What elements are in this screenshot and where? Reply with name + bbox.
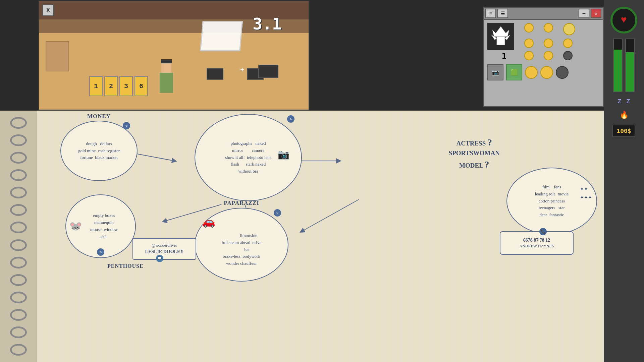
spiral-ring-7 [10,222,27,233]
inventory-coin-2 [540,66,553,79]
coin-1 [524,23,534,33]
bubble-paparazzi-badge: ↻ [274,209,281,217]
close-icon: X [46,7,50,14]
spiral-ring-13 [10,326,27,338]
actress-label-area: ACTRESS ? SPORTSWOMAN MODEL ? [449,136,500,171]
ui-content-area: 1 [484,20,603,64]
leslie-dooley-card[interactable]: @wonderdriver LESLIE DOOLEY [132,238,196,260]
ui-inventory-panel: ≡ ☰ — ✕ 1 [483,7,604,107]
bubble-money-badge: ↻ [123,122,130,129]
spiral-ring-2 [10,134,27,146]
ui-level-display: 1 [487,52,521,61]
ui-btn-1[interactable]: ≡ [485,9,496,18]
game-close-button[interactable]: X [42,4,54,16]
spiral-ring-12 [10,309,27,321]
inventory-slot-1[interactable]: 📷 [487,64,503,80]
spiral-binding [0,111,37,362]
spiral-ring-9 [10,257,27,268]
score-value: 3.1 [253,14,282,33]
notebook: MONEY ↻ dough dollars gold mine cash reg… [0,111,644,362]
green-bar-1-fill [614,50,622,92]
bubble-money-title: MONEY [87,113,111,120]
char-body [160,73,173,93]
leslie-chat-badge: 💬 [156,255,163,262]
bubble-snatched-text: photographs naked mirror camera show it … [225,140,271,175]
coin-empty-1 [583,23,592,33]
green-bar-2 [625,39,635,92]
question-mark-1: ? [487,137,492,147]
num-box-3: 3 [119,76,133,96]
ui-btn-2[interactable]: ☰ [497,9,508,18]
notebook-content: MONEY ↻ dough dollars gold mine cash reg… [37,111,644,362]
photo-frame-1 [207,68,223,80]
spiral-ring-5 [10,187,27,198]
svg-marker-0 [492,26,509,37]
bubble-snatched-badge: ↻ [287,115,294,123]
char-head [161,63,171,73]
game-viewport: 1 2 3 6 + X 3.1 [38,0,310,111]
inventory-slot-2[interactable]: 🟩 [506,64,522,80]
spiral-ring-4 [10,169,27,181]
leslie-handle: @wonderdriver [152,243,177,248]
coin-9 [563,51,573,60]
paparazzi-text: limousine full steam ahead drive hat bra… [222,222,261,267]
green-bar-1 [613,39,623,92]
ui-character-area: 1 [487,23,521,61]
num-boxes-container: 1 2 3 6 [89,76,148,96]
ui-close-btn[interactable]: ✕ [591,9,601,18]
spiral-ring-6 [10,204,27,216]
bubble-money: MONEY ↻ dough dollars gold mine cash reg… [60,121,138,181]
spiral-ring-8 [10,239,27,251]
inventory-coin-3 [556,66,569,79]
photo-frame-3 [258,65,278,78]
score-display: 3.1 [253,14,282,33]
inventory-coin [525,66,538,79]
andrew-name: ANDREW HAYNES [519,243,554,249]
spiral-ring-1 [10,117,27,129]
spiral-ring-3 [10,152,27,164]
ui-coins-grid [524,23,599,61]
andrew-haynes-card[interactable]: 6678 87 78 12 ANDREW HAYNES [500,231,574,255]
crosshair: + [240,66,244,74]
ui-bottom-row: 📷 🟩 [484,64,603,84]
spiral-ring-10 [10,274,27,286]
coin-6 [563,39,573,48]
bubble-snatched-pictures: SNATCHED PICTURES ↻ photographs naked mi… [195,114,302,201]
bubble-paparazzi: PAPARAZZI ↻ 🚗 limousine full steam ahead… [195,208,288,282]
character-sprite-svg [491,25,511,48]
coin-5 [544,39,553,48]
actress-oval-content: film fans leading role movie cotton prin… [506,168,597,235]
leslie-name: LESLIE DOOLEY [145,248,184,255]
coin-7 [524,51,534,60]
spiral-ring-14 [10,344,27,356]
phone-badge: 📞 [539,228,547,235]
ui-character-sprite [487,23,514,50]
sleep-icon: z z [617,97,631,106]
num-box-2: 2 [104,76,118,96]
andrew-phone-number: 6678 87 78 12 [523,237,550,244]
bubble-penthouse-badge: ↻ [97,248,104,256]
health-circle: ♥ [610,7,637,34]
money-display: 100$ [612,125,635,137]
question-mark-2: ? [485,159,489,170]
penthouse-label: PENTHOUSE [107,263,144,269]
coin-4 [524,39,534,48]
ui-minimize-btn[interactable]: — [579,9,589,18]
coin-2 [544,23,553,33]
game-scene: 1 2 3 6 + X 3.1 [39,1,309,110]
coin-8 [544,51,553,60]
num-box-6: 6 [135,76,148,96]
heart-icon: ♥ [621,14,627,26]
bubble-snatched-title: SNATCHED PICTURES [215,111,282,112]
right-panel: ♥ z z 🔥 100$ [604,0,644,362]
coin-empty-2 [583,39,592,48]
bubble-paparazzi-title: PAPARAZZI [224,200,259,206]
green-bar-2-fill [626,52,634,92]
bubble-money-text: dough dollars gold mine cash register fo… [78,140,120,161]
stars-decoration: ✦✦ ✦✦✦ [576,184,592,201]
num-box-1: 1 [89,76,103,96]
fire-icon: 🔥 [620,111,629,120]
player-character [156,59,176,93]
svg-line-6 [302,199,359,231]
camera-icon: 📷 [278,149,289,160]
